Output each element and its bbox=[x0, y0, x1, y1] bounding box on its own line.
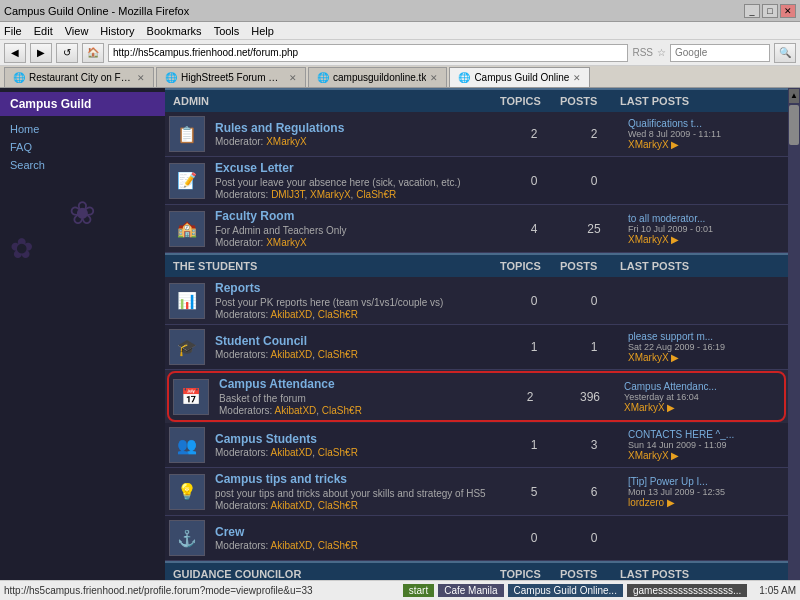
students-col-posts: POSTS bbox=[560, 260, 620, 272]
tab-campusguild-tk[interactable]: 🌐 campusguildonline.tk ✕ bbox=[308, 67, 447, 87]
mod-link-xmarkyx-excuse[interactable]: XMarkyX bbox=[310, 189, 351, 200]
lastpost-title-rules[interactable]: Qualifications t... bbox=[628, 118, 784, 129]
menu-view[interactable]: View bbox=[65, 25, 89, 37]
search-input[interactable] bbox=[670, 44, 770, 62]
menu-file[interactable]: File bbox=[4, 25, 22, 37]
minimize-button[interactable]: _ bbox=[744, 4, 760, 18]
posts-attendance: 396 bbox=[560, 390, 620, 404]
lastpost-title-faculty[interactable]: to all moderator... bbox=[628, 213, 784, 224]
maximize-button[interactable]: □ bbox=[762, 4, 778, 18]
topics-reports: 0 bbox=[504, 294, 564, 308]
mod-link-clasher-cs[interactable]: ClaSh€R bbox=[318, 447, 358, 458]
menu-help[interactable]: Help bbox=[251, 25, 274, 37]
students-col-lastpost: LAST POSTS bbox=[620, 260, 780, 272]
moderator-excuse: Moderators: DMlJ3T, XMarkyX, ClaSh€R bbox=[215, 189, 504, 200]
mod-link-akibatxd-cs[interactable]: AkibatXD bbox=[271, 447, 313, 458]
forum-title-tips[interactable]: Campus tips and tricks bbox=[215, 472, 504, 486]
reload-button[interactable]: ↺ bbox=[56, 43, 78, 63]
mod-link-akibatxd-crew[interactable]: AkibatXD bbox=[271, 540, 313, 551]
scroll-thumb[interactable] bbox=[789, 105, 799, 145]
forum-content: ADMIN TOPICS POSTS LAST POSTS 📋 Rules an… bbox=[165, 88, 788, 598]
lastpost-user-rules[interactable]: XMarkyX ▶ bbox=[628, 139, 784, 150]
mod-link-akibatxd-tips[interactable]: AkibatXD bbox=[271, 500, 313, 511]
mod-link-clasher-reports[interactable]: ClaSh€R bbox=[318, 309, 358, 320]
lastpost-user-faculty[interactable]: XMarkyX ▶ bbox=[628, 234, 784, 245]
moderator-faculty: Moderator: XMarkyX bbox=[215, 237, 504, 248]
mod-link-clasher-crew[interactable]: ClaSh€R bbox=[318, 540, 358, 551]
menu-tools[interactable]: Tools bbox=[214, 25, 240, 37]
lastpost-title-cs[interactable]: CONTACTS HERE ^_... bbox=[628, 429, 784, 440]
lastpost-user-cs[interactable]: XMarkyX ▶ bbox=[628, 450, 784, 461]
forum-info-faculty: Faculty Room For Admin and Teachers Only… bbox=[209, 209, 504, 248]
mod-link-clasher-excuse[interactable]: ClaSh€R bbox=[356, 189, 396, 200]
tab-icon: 🌐 bbox=[13, 72, 25, 83]
taskbar-item-games[interactable]: gamesssssssssssssss... bbox=[627, 584, 747, 597]
mod-link-xmarkyx-faculty[interactable]: XMarkyX bbox=[266, 237, 307, 248]
mod-link-clasher-tips[interactable]: ClaSh€R bbox=[318, 500, 358, 511]
tab-icon-4: 🌐 bbox=[458, 72, 470, 83]
start-button[interactable]: start bbox=[403, 584, 434, 597]
scroll-up-button[interactable]: ▲ bbox=[789, 89, 799, 103]
close-button[interactable]: ✕ bbox=[780, 4, 796, 18]
status-url: http://hs5campus.frienhood.net/profile.f… bbox=[4, 585, 403, 596]
forum-icon-crew: ⚓ bbox=[169, 520, 205, 556]
browser-titlebar: Campus Guild Online - Mozilla Firefox _ … bbox=[0, 0, 800, 22]
lastpost-title-att[interactable]: Campus Attendanc... bbox=[624, 381, 780, 392]
forum-title-faculty[interactable]: Faculty Room bbox=[215, 209, 504, 223]
lastpost-user-att[interactable]: XMarkyX ▶ bbox=[624, 402, 780, 413]
topics-student-council: 1 bbox=[504, 340, 564, 354]
mod-link-akibatxd-reports[interactable]: AkibatXD bbox=[271, 309, 313, 320]
lastpost-user-sc[interactable]: XMarkyX ▶ bbox=[628, 352, 784, 363]
home-button[interactable]: 🏠 bbox=[82, 43, 104, 63]
search-button[interactable]: 🔍 bbox=[774, 43, 796, 63]
tab-highstreet5[interactable]: 🌐 HighStreet5 Forum Chill Lounge - highs… bbox=[156, 67, 306, 87]
scrollbar[interactable]: ▲ ▼ bbox=[788, 88, 800, 598]
forum-desc-attendance: Basket of the forum bbox=[219, 393, 500, 404]
tab-campus-guild-online[interactable]: 🌐 Campus Guild Online ✕ bbox=[449, 67, 590, 87]
posts-faculty: 25 bbox=[564, 222, 624, 236]
lastpost-title-tips[interactable]: [Tip] Power Up I... bbox=[628, 476, 784, 487]
address-bar[interactable] bbox=[108, 44, 628, 62]
taskbar-item-campus-guild[interactable]: Campus Guild Online... bbox=[508, 584, 623, 597]
tab-close-1[interactable]: ✕ bbox=[137, 73, 145, 83]
forum-title-reports[interactable]: Reports bbox=[215, 281, 504, 295]
forum-icon-rules: 📋 bbox=[169, 116, 205, 152]
menu-bookmarks[interactable]: Bookmarks bbox=[147, 25, 202, 37]
lastpost-date-faculty: Fri 10 Jul 2009 - 0:01 bbox=[628, 224, 784, 234]
tab-restaurant-city[interactable]: 🌐 Restaurant City on Facebook ✕ bbox=[4, 67, 154, 87]
forum-title-campus-students[interactable]: Campus Students bbox=[215, 432, 504, 446]
forum-title-rules[interactable]: Rules and Regulations bbox=[215, 121, 504, 135]
forum-info-reports: Reports Post your PK reports here (team … bbox=[209, 281, 504, 320]
rss-icon: RSS bbox=[632, 47, 653, 58]
mod-link-dmlj3t[interactable]: DMlJ3T bbox=[271, 189, 304, 200]
tab-close-3[interactable]: ✕ bbox=[430, 73, 438, 83]
forum-title-student-council[interactable]: Student Council bbox=[215, 334, 504, 348]
sidebar-item-search[interactable]: Search bbox=[0, 156, 165, 174]
tab-close-2[interactable]: ✕ bbox=[289, 73, 297, 83]
window-controls[interactable]: _ □ ✕ bbox=[744, 4, 796, 18]
sidebar-item-home[interactable]: Home bbox=[0, 120, 165, 138]
forum-row-student-council: 🎓 Student Council Moderators: AkibatXD, … bbox=[165, 325, 788, 370]
taskbar-item-cafe-manila[interactable]: Cafe Manila bbox=[438, 584, 503, 597]
mod-link-clasher-sc[interactable]: ClaSh€R bbox=[318, 349, 358, 360]
mod-link-clasher-att[interactable]: ClaSh€R bbox=[322, 405, 362, 416]
forum-title-attendance[interactable]: Campus Attendance bbox=[219, 377, 500, 391]
posts-reports: 0 bbox=[564, 294, 624, 308]
tab-close-4[interactable]: ✕ bbox=[573, 73, 581, 83]
sidebar-item-faq[interactable]: FAQ bbox=[0, 138, 165, 156]
forum-title-excuse[interactable]: Excuse Letter bbox=[215, 161, 504, 175]
menu-edit[interactable]: Edit bbox=[34, 25, 53, 37]
mod-link-xmarkyx-rules[interactable]: XMarkyX bbox=[266, 136, 307, 147]
mod-link-akibatxd-att[interactable]: AkibatXD bbox=[275, 405, 317, 416]
mod-link-akibatxd-sc[interactable]: AkibatXD bbox=[271, 349, 313, 360]
system-clock: 1:05 AM bbox=[759, 585, 796, 596]
sidebar-decoration-2: ✿ bbox=[10, 232, 165, 265]
forum-title-crew[interactable]: Crew bbox=[215, 525, 504, 539]
forward-button[interactable]: ▶ bbox=[30, 43, 52, 63]
lastpost-title-sc[interactable]: please support m... bbox=[628, 331, 784, 342]
lastpost-user-tips[interactable]: lordzero ▶ bbox=[628, 497, 784, 508]
menu-history[interactable]: History bbox=[100, 25, 134, 37]
back-button[interactable]: ◀ bbox=[4, 43, 26, 63]
forum-info-crew: Crew Moderators: AkibatXD, ClaSh€R bbox=[209, 525, 504, 551]
topics-excuse: 0 bbox=[504, 174, 564, 188]
